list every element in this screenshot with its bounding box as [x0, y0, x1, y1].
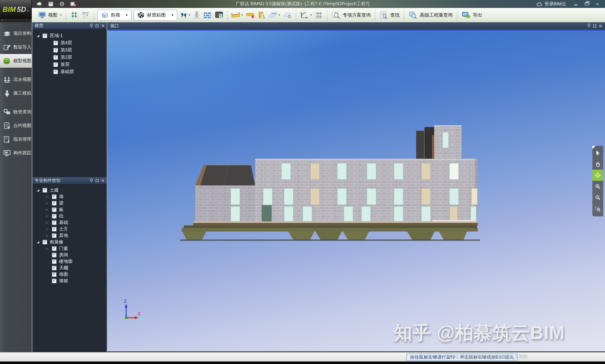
tree-node-floor2[interactable]: 第2层: [32, 54, 107, 61]
settings-gear-icon[interactable]: [59, 1, 65, 6]
window[interactable]: [442, 132, 449, 148]
checkbox-checked[interactable]: [52, 220, 57, 225]
measure-button[interactable]: [230, 10, 244, 20]
delete-measure-button[interactable]: [244, 10, 257, 20]
checkbox-checked[interactable]: [52, 266, 57, 270]
maximize-button[interactable]: [582, 1, 591, 7]
checkbox-checked[interactable]: [52, 214, 57, 219]
checkbox-checked[interactable]: [52, 207, 57, 212]
zoom-out-button[interactable]: [592, 192, 603, 203]
material-map-select[interactable]: 材质贴图 ▼: [134, 10, 177, 21]
collapse-sidebar-button[interactable]: [0, 19, 32, 22]
measure-distance-button[interactable]: [257, 10, 267, 20]
pin-icon[interactable]: [587, 24, 591, 28]
checkbox-checked[interactable]: [52, 194, 57, 199]
tree-node-rough-decoration[interactable]: 粗装修: [32, 239, 107, 245]
checkbox-checked[interactable]: [52, 253, 57, 257]
expand-arrow-icon[interactable]: [37, 188, 43, 192]
checkbox-checked[interactable]: [52, 279, 57, 283]
sidebar-item-construction-simulation[interactable]: 施工模拟: [0, 86, 32, 100]
close-button[interactable]: ×: [593, 1, 602, 7]
float-panel-icon[interactable]: [593, 24, 596, 28]
walkthrough-button[interactable]: [178, 10, 192, 20]
float-panel-icon[interactable]: [95, 179, 99, 182]
viewport-display-button[interactable]: [213, 10, 225, 20]
tree-node-floor4[interactable]: 第4层: [32, 39, 107, 46]
checkbox-checked[interactable]: [53, 48, 58, 53]
collapse-arrow-icon[interactable]: [46, 201, 52, 205]
close-panel-icon[interactable]: [101, 179, 104, 182]
viewport-canvas[interactable]: Z X 知乎 @柏慕筑云BIM: [107, 31, 605, 352]
tree-node-other[interactable]: 其他: [32, 232, 107, 239]
tower-crane-button[interactable]: [80, 10, 92, 20]
checkbox-checked[interactable]: [53, 62, 58, 67]
checkbox-checked[interactable]: [43, 188, 47, 193]
checkbox-checked[interactable]: [52, 201, 57, 206]
collapse-arrow-icon[interactable]: [46, 234, 52, 237]
expand-arrow-icon[interactable]: [37, 240, 43, 244]
tree-node-column[interactable]: 柱: [32, 213, 107, 219]
minimize-button[interactable]: [571, 1, 580, 7]
tree-node-doors-windows[interactable]: 门窗: [32, 245, 107, 252]
chimney[interactable]: [416, 131, 424, 159]
arc-dimension-button[interactable]: [298, 10, 313, 20]
find-button[interactable]: 查找: [378, 10, 402, 20]
sidebar-item-model-view[interactable]: 模型视图: [0, 54, 32, 68]
tree-node-foundation-floor[interactable]: 基础层: [32, 68, 107, 75]
tree-node-region-1[interactable]: 区域-1: [32, 32, 107, 39]
tree-node-floor1[interactable]: 首层: [32, 61, 107, 68]
app-logo[interactable]: BIM 5D ▾: [0, 0, 32, 19]
zoom-window-button[interactable]: [592, 203, 603, 214]
tree-node-foundation[interactable]: 基础: [32, 219, 107, 226]
walk-mode-button[interactable]: [192, 10, 202, 20]
view-direction-select[interactable]: 前视 ▼: [97, 10, 132, 21]
tree-node-structure[interactable]: 土建: [32, 187, 107, 193]
checkbox-checked[interactable]: [52, 246, 57, 251]
sidebar-item-flow-view[interactable]: 流水视图: [0, 73, 32, 86]
tree-node-wainscot[interactable]: 墙裙: [32, 278, 107, 284]
cloud-sync-icon[interactable]: [37, 1, 43, 6]
checkbox-checked[interactable]: [52, 272, 57, 277]
sidebar-item-contract-view[interactable]: 合约视图: [0, 119, 32, 132]
footings[interactable]: [182, 232, 467, 240]
view-button[interactable]: 视图: [36, 10, 64, 20]
float-panel-icon[interactable]: [95, 24, 99, 27]
collapse-arrow-icon[interactable]: [46, 247, 52, 250]
save-icon[interactable]: [48, 1, 54, 6]
foundation-platform[interactable]: [182, 228, 478, 232]
pan-button[interactable]: [592, 158, 603, 170]
export-button[interactable]: 导出: [459, 10, 484, 20]
sidebar-drag-handle[interactable]: ·······: [0, 22, 32, 27]
checkbox-checked[interactable]: [52, 227, 57, 232]
sidebar-item-data-import[interactable]: 数据导入: [0, 40, 32, 54]
grid-axes-button[interactable]: [313, 10, 325, 20]
pin-icon[interactable]: [90, 179, 93, 183]
tree-node-earthwork[interactable]: 土方: [32, 226, 107, 232]
tree-node-wall[interactable]: 墙: [32, 193, 107, 200]
close-panel-icon[interactable]: [599, 24, 602, 28]
foundation-band[interactable]: [193, 223, 478, 225]
login-bim-cloud-button[interactable]: 登录BIM云: [533, 1, 570, 8]
checkbox-checked[interactable]: [53, 55, 58, 60]
tree-node-ceiling[interactable]: 天棚: [32, 265, 107, 271]
checkbox-checked[interactable]: [53, 41, 58, 45]
collapse-arrow-icon[interactable]: [46, 208, 52, 211]
collapse-arrow-icon[interactable]: [46, 221, 52, 224]
close-panel-icon[interactable]: [101, 24, 104, 27]
tree-node-beam[interactable]: 梁: [32, 200, 107, 206]
checkbox-checked[interactable]: [52, 259, 57, 264]
tree-node-floor3[interactable]: 第3层: [32, 46, 107, 54]
tree-node-room[interactable]: 房间: [32, 252, 107, 258]
expand-arrow-icon[interactable]: [37, 34, 43, 37]
checkbox-checked[interactable]: [53, 69, 58, 74]
wall-display-button[interactable]: [202, 10, 213, 20]
section-settings-button[interactable]: [281, 10, 294, 20]
collapse-arrow-icon[interactable]: [46, 214, 52, 218]
building-model[interactable]: [180, 123, 483, 243]
strip-fold-marker[interactable]: [592, 146, 596, 149]
tree-node-slab[interactable]: 板: [32, 206, 107, 213]
tree-node-wall-surface[interactable]: 墙面: [32, 271, 107, 278]
exit-app-icon[interactable]: [70, 1, 76, 6]
special-plan-query-button[interactable]: 专项方案查询: [329, 10, 373, 20]
axis-grid-button[interactable]: [68, 10, 80, 20]
